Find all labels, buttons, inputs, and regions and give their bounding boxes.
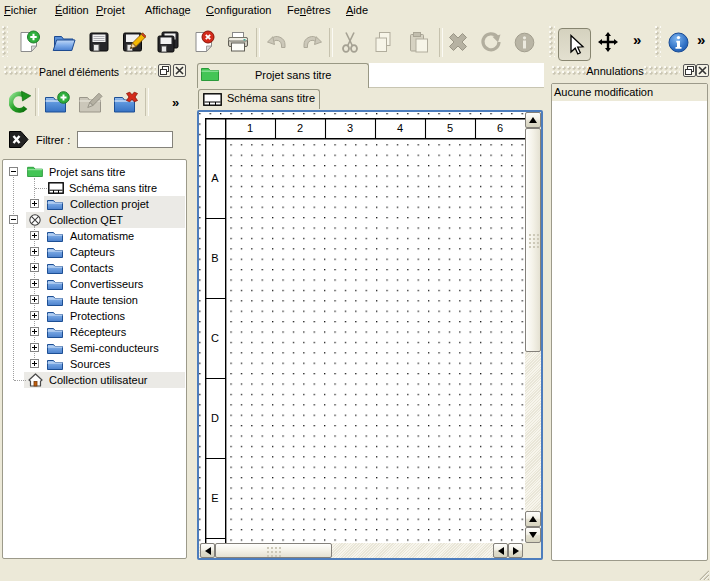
svg-text:D: D — [211, 412, 219, 424]
svg-text:A: A — [211, 172, 219, 184]
svg-text:3: 3 — [347, 122, 353, 134]
svg-text:2: 2 — [297, 122, 303, 134]
svg-text:6: 6 — [497, 122, 503, 134]
svg-text:E: E — [211, 492, 218, 504]
svg-text:B: B — [211, 252, 218, 264]
svg-text:4: 4 — [397, 122, 403, 134]
svg-text:C: C — [211, 332, 219, 344]
svg-text:5: 5 — [447, 122, 453, 134]
svg-text:1: 1 — [247, 122, 253, 134]
